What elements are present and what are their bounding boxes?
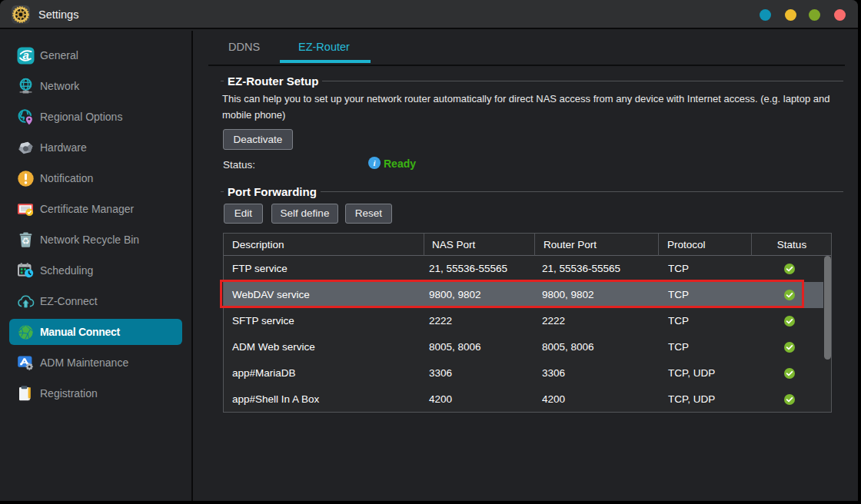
svg-text:♻: ♻	[22, 236, 30, 247]
